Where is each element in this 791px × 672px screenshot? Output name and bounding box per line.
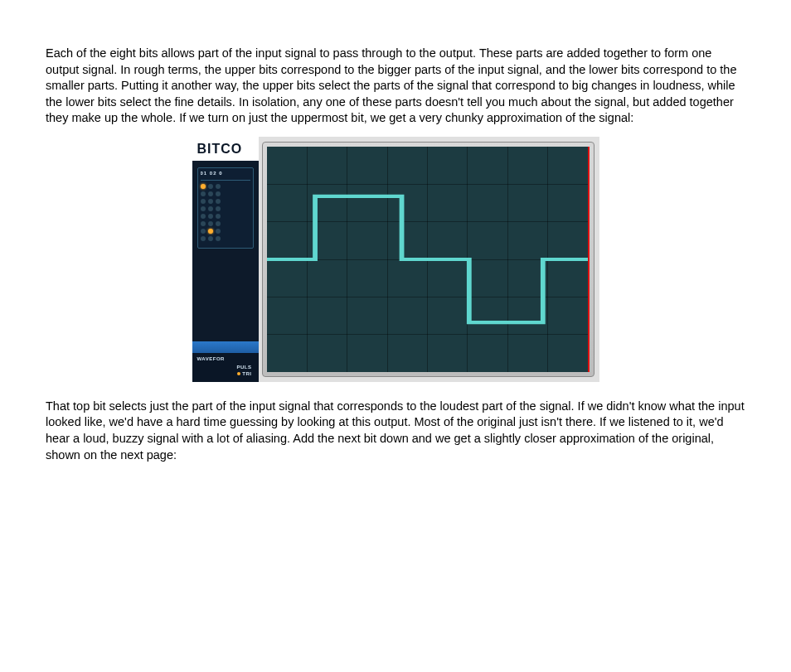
bit-dot-icon[interactable] [201,229,206,234]
bit-row-5 [201,214,250,219]
bit-dot-icon[interactable] [208,236,213,241]
plugin-brand-label: BITCO [192,137,259,162]
bit-row-3 [201,199,250,204]
bit-selector-panel: 01 02 0 [197,167,254,248]
bit-dot-icon[interactable] [216,199,221,204]
bit-dot-icon[interactable] [201,214,206,219]
bit-row-6 [201,221,250,226]
waveform-section: WAVEFOR PULS TRI [192,353,259,382]
bit-dot-icon[interactable] [208,184,213,189]
paragraph-top: Each of the eight bits allows part of th… [46,46,745,127]
bit-dot-icon[interactable] [201,191,206,196]
waveform-label: WAVEFOR [197,355,254,362]
bit-dot-icon[interactable] [208,221,213,226]
waveform-trace-icon [267,147,588,372]
bit-dot-icon[interactable] [208,191,213,196]
bit-row-7 [201,229,250,234]
bit-row-4 [201,206,250,211]
bit-dot-icon[interactable] [201,206,206,211]
bit-dot-icon[interactable] [216,184,221,189]
bit-dot-icon[interactable] [201,199,206,204]
plugin-sidebar: BITCO 01 02 0 [192,137,259,382]
bit-columns-header: 01 02 0 [201,170,250,179]
bit-header-divider [201,180,250,181]
waveform-option-tri[interactable]: TRI [197,370,254,377]
bit-dot-icon[interactable] [208,229,213,234]
bit-row-2 [201,191,250,196]
bit-dot-icon[interactable] [216,191,221,196]
bit-dot-icon[interactable] [208,214,213,219]
bit-dot-icon[interactable] [208,199,213,204]
oscilloscope-display [267,147,590,372]
plugin-panel: BITCO 01 02 0 [192,137,599,382]
bit-dot-icon[interactable] [216,229,221,234]
bit-dot-icon[interactable] [201,184,206,189]
paragraph-bottom: That top bit selects just the part of th… [46,399,745,463]
bit-dot-grid [201,184,250,241]
bit-row-8 [201,236,250,241]
bit-dot-icon[interactable] [201,221,206,226]
sidebar-bluebar [192,341,259,353]
bit-dot-icon[interactable] [208,206,213,211]
scope-frame [262,142,594,377]
bit-dot-icon[interactable] [216,214,221,219]
bit-row-1 [201,184,250,189]
dot-active-icon [237,372,240,375]
waveform-option-puls[interactable]: PULS [197,364,254,370]
bit-dot-icon[interactable] [216,206,221,211]
figure-container: BITCO 01 02 0 [46,137,745,382]
bit-dot-icon[interactable] [216,236,221,241]
bit-dot-icon[interactable] [216,221,221,226]
bit-dot-icon[interactable] [201,236,206,241]
